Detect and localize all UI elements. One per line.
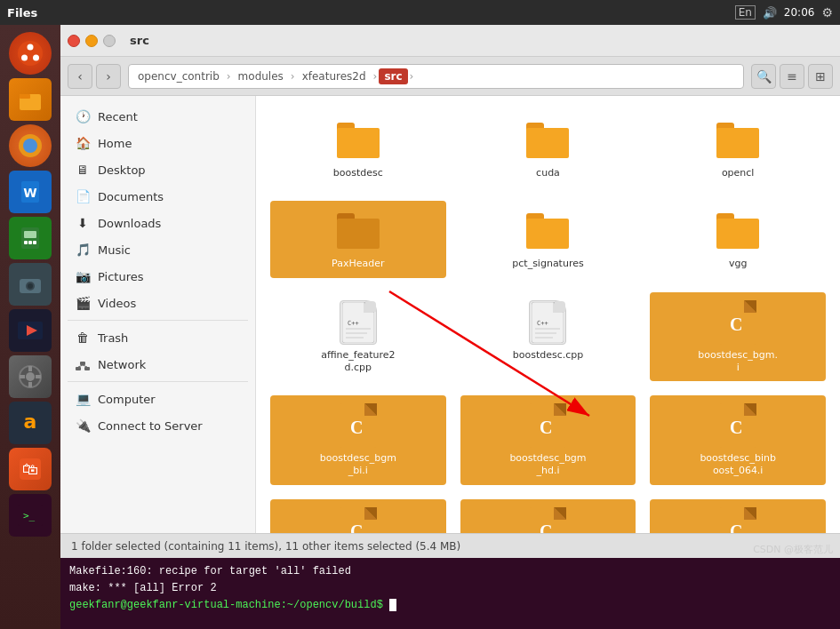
sidebar-item-desktop[interactable]: 🖥 Desktop [60,156,255,183]
file-item-bgm-hd[interactable]: C boostdesc_bgm_hd.i [460,395,636,485]
svg-point-3 [21,55,28,61]
file-name-bgm-bi: boostdesc_bgm_bi.i [318,452,398,478]
dock-firefox[interactable] [9,124,52,167]
forward-button[interactable]: › [96,64,121,89]
file-item-boostdesc-bgm-i[interactable]: C boostdesc_bgm.i [650,292,826,382]
file-item-extra2[interactable]: C [460,499,636,533]
search-button[interactable]: 🔍 [751,64,776,89]
dock-ubuntu-software[interactable]: 🛍 [9,448,52,490]
sidebar-item-home[interactable]: 🏠 Home [60,130,255,156]
file-item-boostdesc-cpp[interactable]: C++ boostdesc.cpp [460,292,636,382]
file-item-extra1[interactable]: C [270,499,446,533]
file-item-pct[interactable]: pct_signatures [460,201,636,277]
svg-rect-22 [28,366,32,371]
svg-line-35 [83,365,87,367]
dock-video[interactable] [9,309,52,352]
sidebar-label-desktop: Desktop [98,163,146,177]
computer-icon: 💻 [75,391,91,407]
file-item-boostdesc[interactable]: boostdesc [270,110,446,187]
terminal-cursor [389,599,396,611]
file-name-bgm-hd: boostdesc_bgm_hd.i [508,452,588,478]
file-item-opencl[interactable]: opencl [650,110,826,187]
sidebar-label-pictures: Pictures [98,270,143,283]
dock-camera[interactable] [9,263,52,306]
svg-text:🛍: 🛍 [22,459,38,478]
terminal-prompt: geekfanr@geekfanr-virtual-machine:~/open… [69,599,389,611]
terminal: Makefile:160: recipe for target 'all' fa… [60,558,840,629]
breadcrumb-src[interactable]: src [379,68,407,84]
dock-ubuntu[interactable] [9,32,52,75]
breadcrumb-opencv-contrib[interactable]: opencv_contrib [132,68,225,84]
svg-rect-5 [20,94,30,99]
svg-rect-32 [80,362,85,365]
svg-marker-45 [553,302,564,313]
terminal-line1: Makefile:160: recipe for target 'all' fa… [69,563,831,580]
file-item-extra3[interactable]: C [650,499,826,533]
statusbar-text: 1 folder selected (containing 11 items),… [71,540,460,553]
dock-terminal[interactable]: >_ [9,494,52,537]
sidebar-item-computer[interactable]: 💻 Computer [60,386,255,412]
sidebar-item-trash[interactable]: 🗑 Trash [60,324,255,351]
network-icon [75,356,91,372]
clock: 20:06 [784,6,815,19]
svg-text:C: C [540,522,552,533]
dock-office[interactable]: W [9,171,52,213]
dock-tools[interactable] [9,355,52,398]
svg-point-7 [23,139,37,153]
sidebar-label-documents: Documents [98,190,164,203]
folder-pct-icon [524,208,571,254]
sidebar-item-videos[interactable]: 🎬 Videos [60,290,255,316]
titlebar: src [60,25,840,57]
maximize-button[interactable] [103,35,116,47]
back-button[interactable]: ‹ [68,64,92,89]
file-content: boostdesc cuda [256,96,840,533]
file-item-paxheader[interactable]: PaxHeader [270,201,446,277]
sidebar-label-music: Music [98,243,131,257]
sidebar-label-videos: Videos [98,297,136,310]
main-area: 🕐 Recent 🏠 Home 🖥 Desktop 📄 Documents ⬇ … [60,96,840,533]
list-view-button[interactable]: ≡ [780,64,804,89]
file-item-bgm-bi[interactable]: C boostdesc_bgm_bi.i [270,395,446,485]
dock-files[interactable] [9,78,52,121]
folder-cuda-icon [524,117,571,163]
svg-text:W: W [23,186,36,200]
breadcrumb-xfeatures2d[interactable]: xfeatures2d [297,68,372,84]
folder-opencl-icon [715,117,761,163]
file-name-vgg: vgg [729,258,747,270]
file-name-boostdesc: boostdesc [333,167,383,179]
file-name-cuda: cuda [536,167,560,179]
c-binboost-icon: C [715,402,761,449]
file-item-cuda[interactable]: cuda [460,110,636,187]
sidebar-item-network[interactable]: Network [60,351,255,378]
c-extra2-icon: C [524,506,571,533]
terminal-line2: make: *** [all] Error 2 [69,580,831,597]
grid-view-button[interactable]: ⊞ [808,64,833,89]
sidebar-item-music[interactable]: 🎵 Music [60,236,255,263]
breadcrumb-modules[interactable]: modules [233,68,289,84]
file-item-vgg[interactable]: vgg [650,201,826,277]
dock-amazon[interactable]: a [9,402,52,444]
c-boostdesc-bgm-icon: C [715,299,761,346]
svg-text:>_: >_ [23,510,36,522]
downloads-icon: ⬇ [75,215,91,231]
volume-icon: 🔊 [763,6,777,20]
sidebar-item-recent[interactable]: 🕐 Recent [60,103,255,130]
sidebar-item-pictures[interactable]: 📷 Pictures [60,263,255,290]
file-manager-window: src ‹ › opencv_contrib › modules › xfeat… [60,25,840,558]
c-extra3-icon: C [715,506,761,533]
sidebar-label-recent: Recent [98,110,138,123]
folder-vgg-icon [715,208,761,254]
minimize-button[interactable] [85,35,98,47]
dock-calc[interactable] [9,217,52,259]
svg-rect-24 [20,375,25,378]
close-button[interactable] [68,35,80,47]
sidebar-label-connect: Connect to Server [98,419,203,433]
file-item-affine[interactable]: C++ affine_feature2d.cpp [270,292,446,382]
settings-icon[interactable]: ⚙ [821,5,833,20]
sidebar-item-downloads[interactable]: ⬇ Downloads [60,210,255,236]
file-item-binboost[interactable]: C boostdesc_binboost_064.i [650,395,826,485]
sidebar-item-connect[interactable]: 🔌 Connect to Server [60,412,255,439]
sidebar-label-network: Network [98,358,146,371]
sidebar-item-documents[interactable]: 📄 Documents [60,183,255,210]
c-bgm-bi-icon: C [335,402,381,449]
